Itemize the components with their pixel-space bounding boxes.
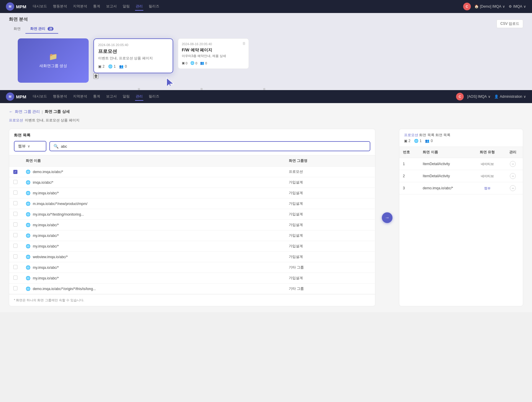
- row-checkbox[interactable]: [13, 212, 17, 216]
- small-card-1-delete[interactable]: 🗑: [137, 87, 141, 90]
- bottom-nav-manage[interactable]: 관리: [135, 93, 143, 101]
- fw-card-delete-button[interactable]: 🗑: [242, 41, 246, 45]
- left-table-row[interactable]: 🌐 my.imqa.io/abc/* 가입설계: [9, 220, 375, 230]
- left-table-row[interactable]: 🌐 my.imqa.io/abc/* 가입설계: [9, 188, 375, 198]
- right-row-manage[interactable]: −: [503, 158, 523, 170]
- top-tab-screen-manage[interactable]: 화면 관리 관: [25, 25, 58, 34]
- left-table-row[interactable]: 🌐 my.imqa.io/*/testing/monitoring... 가입설…: [9, 209, 375, 220]
- row-checkbox-cell[interactable]: [9, 284, 22, 294]
- top-nav-alarm[interactable]: 알림: [122, 3, 130, 11]
- bottom-nav-items: 대시보드 행동분석 지역분석 통계 보고서 알림 관리 릴리즈: [32, 93, 450, 101]
- promo-card-stats: ▣ 2 🌐 1 👥 0: [98, 64, 168, 69]
- left-table-row[interactable]: 🌐 demo.imqa.io/abc/*/origin/*/this/is/lo…: [9, 284, 375, 294]
- left-table-row[interactable]: ✓ 🌐 demo.imqa.io/abc/* 프로모션: [9, 167, 375, 177]
- bottom-nav-dashboard[interactable]: 대시보드: [32, 93, 48, 101]
- top-nav-region[interactable]: 지역분석: [72, 3, 88, 11]
- row-checkbox[interactable]: [13, 233, 17, 237]
- bottom-workspace[interactable]: [AOS] IMQA ∨: [467, 95, 491, 99]
- row-checkbox[interactable]: [13, 180, 17, 184]
- right-table-row[interactable]: 2 ItemDetailActivity 네이티브 −: [399, 170, 523, 182]
- row-checkbox[interactable]: [13, 254, 17, 258]
- row-checkbox[interactable]: ✓: [13, 170, 17, 174]
- small-card-2[interactable]: 2024-08-16 20:05:40 🗑: [146, 86, 205, 90]
- left-table-row[interactable]: 🌐 my.imqa.io/abc/* 기타 그룹: [9, 262, 375, 273]
- small-card-2-delete[interactable]: 🗑: [200, 87, 203, 90]
- top-settings[interactable]: ⚙ IMQA ∨: [509, 4, 526, 9]
- row-checkbox-cell[interactable]: [9, 241, 22, 252]
- row-checkbox-cell[interactable]: [9, 209, 22, 220]
- row-checkbox[interactable]: [13, 244, 17, 248]
- row-checkbox-cell[interactable]: [9, 252, 22, 262]
- left-table-row[interactable]: 🌐 my.imqa.io/abc/* 가입설계: [9, 241, 375, 252]
- globe-stat-icon: 🌐: [414, 139, 419, 143]
- row-checkbox[interactable]: [13, 201, 17, 205]
- right-table-row[interactable]: 1 ItemDetailActivity 네이티브 −: [399, 158, 523, 170]
- row-checkbox-cell[interactable]: ✓: [9, 167, 22, 177]
- new-screen-group-card[interactable]: 📁 새화면그룹 생성: [18, 38, 89, 83]
- right-row-manage[interactable]: −: [503, 182, 523, 194]
- left-table-row[interactable]: 🌐 webview.imqa.io/abc/* 가입설계: [9, 252, 375, 262]
- top-nav-behavior[interactable]: 행동분석: [52, 3, 68, 11]
- right-row-name: demo.imqa.io/abc/*: [419, 182, 472, 194]
- top-nav-items: 대시보드 행동분석 지역분석 통계 보고서 알림 관리 릴리즈: [32, 3, 457, 11]
- screen-icon: ▣: [182, 61, 185, 65]
- bottom-nav-behavior[interactable]: 행동분석: [52, 93, 68, 101]
- small-card-3[interactable]: 2024-08-16 20:06:40 🗑: [209, 86, 268, 90]
- small-card-1[interactable]: 2024-08-16 20:05:40 🗑: [83, 86, 142, 90]
- promo-card-desc: 이벤트 안내, 프로모션 상품 페이지: [98, 56, 168, 61]
- row-checkbox-cell[interactable]: [9, 220, 22, 230]
- top-nav-manage[interactable]: 관리: [135, 3, 143, 11]
- back-arrow-icon[interactable]: ←: [9, 109, 13, 114]
- fw-card[interactable]: 2024-08-16 20:05:40 F/W 예약 페이지 아우터3층 예약안…: [178, 38, 249, 69]
- fw-card-date: 2024-08-16 20:05:40: [182, 42, 245, 46]
- row-checkbox-cell[interactable]: [9, 188, 22, 198]
- screen-stat-icon: ▣: [404, 139, 407, 143]
- top-workspace[interactable]: 🏠 [Demo] IMQA ∨: [474, 4, 505, 9]
- remove-screen-button[interactable]: −: [510, 173, 516, 179]
- right-panel-group-link[interactable]: 프로모션: [404, 133, 418, 137]
- row-checkbox-cell[interactable]: [9, 198, 22, 209]
- row-checkbox[interactable]: [13, 286, 17, 290]
- left-table-row[interactable]: 🌐 m.imqa.io/abc/*/new/product/mpm/ 가입설계: [9, 198, 375, 209]
- transfer-button[interactable]: →: [382, 212, 392, 223]
- breadcrumb-parent-link[interactable]: 화면 그룹 관리: [15, 109, 40, 114]
- row-checkbox-cell[interactable]: [9, 177, 22, 188]
- promo-card-delete-button[interactable]: 🗑: [93, 73, 98, 79]
- promo-card[interactable]: 2024-08-16 20:05:40 프로모션 이벤트 안내, 프로모션 상품…: [93, 38, 173, 73]
- remove-screen-button[interactable]: −: [510, 161, 516, 167]
- small-card-3-delete[interactable]: 🗑: [263, 87, 266, 90]
- right-user-count: 👥 0: [425, 139, 433, 143]
- row-checkbox-cell[interactable]: [9, 230, 22, 241]
- row-checkbox[interactable]: [13, 222, 17, 227]
- search-input[interactable]: [61, 144, 366, 149]
- row-checkbox[interactable]: [13, 265, 17, 269]
- top-logo[interactable]: M MPM: [6, 2, 26, 11]
- top-nav-dashboard[interactable]: 대시보드: [32, 3, 48, 11]
- bottom-nav-alarm[interactable]: 알림: [122, 93, 130, 101]
- top-nav-release[interactable]: 릴리즈: [148, 3, 160, 11]
- bottom-admin-area[interactable]: 👤 Administration ∨: [494, 95, 526, 99]
- type-dropdown[interactable]: 웹뷰 ∨: [14, 141, 46, 152]
- top-tab-screen[interactable]: 화면: [9, 25, 25, 34]
- left-table-row[interactable]: 🌐 my.imqa.io/abc/* 가입설계: [9, 230, 375, 241]
- left-table-row[interactable]: 🌐 my.imqa.io/abc/* 가입설계: [9, 273, 375, 284]
- globe-icon: 🌐: [26, 212, 30, 217]
- bottom-logo[interactable]: M MPM: [6, 92, 26, 101]
- top-nav-stats[interactable]: 통계: [93, 3, 101, 11]
- top-nav-report[interactable]: 보고서: [106, 3, 117, 11]
- row-checkbox[interactable]: [13, 191, 17, 195]
- row-checkbox-cell[interactable]: [9, 262, 22, 273]
- right-row-manage[interactable]: −: [503, 170, 523, 182]
- right-table-row[interactable]: 3 demo.imqa.io/abc/* 웹뷰 −: [399, 182, 523, 194]
- row-checkbox[interactable]: [13, 276, 17, 280]
- csv-upload-button[interactable]: CSV 업로드: [497, 19, 523, 28]
- row-checkbox-cell[interactable]: [9, 273, 22, 284]
- bottom-nav-stats[interactable]: 통계: [93, 93, 101, 101]
- bottom-nav-region[interactable]: 지역분석: [72, 93, 88, 101]
- bottom-nav-report[interactable]: 보고서: [106, 93, 117, 101]
- left-table-row[interactable]: 🌐 imqa.io/abc/* 가입설계: [9, 177, 375, 188]
- fw-web-stat: 🌐 0: [190, 61, 197, 65]
- bottom-nav-release[interactable]: 릴리즈: [148, 93, 160, 101]
- remove-screen-button[interactable]: −: [510, 185, 516, 191]
- sub-breadcrumb-group-link[interactable]: 프로모션: [9, 118, 23, 123]
